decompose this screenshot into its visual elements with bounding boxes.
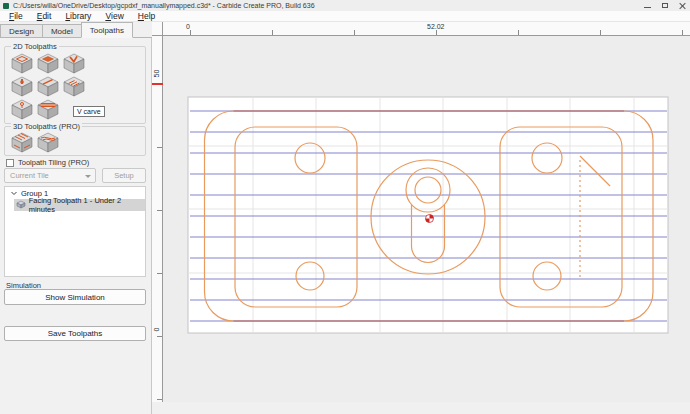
current-tile-dropdown[interactable]: Current Tile [4,168,96,183]
app-icon [3,3,9,9]
3d-rough-toolpath-icon[interactable] [10,132,34,154]
show-simulation-button[interactable]: Show Simulation [4,289,146,305]
horizontal-ruler: 0 52.02 [163,22,690,36]
chevron-expanded-icon[interactable] [10,189,18,197]
group-3d-title: 3D Toolpaths (PRO) [11,122,82,131]
window-title: C:/Users/willa/OneDrive/Desktop/gcpdxf_m… [13,2,315,9]
pocket-toolpath-icon[interactable] [36,53,60,75]
engrave-toolpath-icon[interactable] [36,76,60,98]
keyhole-toolpath-icon[interactable] [10,99,34,121]
ruler-label-50: 50 [153,64,160,84]
tab-toolpaths[interactable]: Toolpaths [81,22,133,38]
resurface-toolpath-icon[interactable] [36,99,60,121]
tab-model[interactable]: Model [42,24,82,37]
canvas-viewport[interactable] [163,36,690,402]
toolpath-tiling-label: Toolpath Tiling (PRO) [18,158,89,167]
origin-marker-icon [426,215,434,223]
chevron-down-icon [85,175,91,178]
minimize-icon[interactable] [644,7,651,8]
group-3d-toolpaths: 3D Toolpaths (PRO) [4,126,146,156]
window-controls [644,0,686,11]
vertical-ruler: 50 0 [152,36,163,402]
drill-toolpath-icon[interactable] [10,76,34,98]
design-canvas [163,36,690,402]
save-toolpaths-button[interactable]: Save Toolpaths [4,326,146,341]
menu-file[interactable]: File [2,11,30,22]
contour-toolpath-icon[interactable] [10,53,34,75]
toolpath-tree: Group 1 Facing Toolpath 1 - Under 2 minu… [4,186,146,277]
ruler-label-major: 52.02 [427,23,445,30]
tab-design[interactable]: Design [0,24,43,37]
ruler-label-0: 0 [153,320,160,340]
cursor-position-tick [152,83,163,85]
carbide-create-window: C:/Users/willa/OneDrive/Desktop/gcpdxf_m… [0,0,690,414]
v-carve-tooltip: V carve [73,106,105,117]
current-tile-value: Current Tile [10,171,49,180]
vertical-ruler-ticks [157,36,162,402]
texture-toolpath-icon[interactable] [62,76,86,98]
ruler-corner [152,22,163,36]
menu-library[interactable]: Library [58,11,98,22]
toolpaths-panel: 2D Toolpaths [0,38,152,414]
tree-item-label: Facing Toolpath 1 - Under 2 minutes [29,196,145,214]
main-tab-bar: Design Model Toolpaths [0,22,170,38]
menu-edit[interactable]: Edit [30,11,59,22]
facing-toolpath-icon [16,200,26,210]
v-carve-toolpath-icon[interactable] [62,53,86,75]
menu-view[interactable]: View [98,11,130,22]
toolpath-tiling-row: Toolpath Tiling (PRO) [6,158,89,167]
tree-item-facing-toolpath[interactable]: Facing Toolpath 1 - Under 2 minutes [14,199,145,211]
maximize-icon[interactable] [662,3,668,8]
horizontal-ruler-ticks [163,30,690,35]
menu-bar: File Edit Library View Help [0,11,690,22]
title-bar: C:/Users/willa/OneDrive/Desktop/gcpdxf_m… [0,0,690,11]
setup-button[interactable]: Setup [102,168,146,183]
close-icon[interactable] [679,2,686,9]
ruler-label-zero: 0 [186,23,190,30]
group-2d-title: 2D Toolpaths [11,42,59,51]
toolpath-tiling-checkbox[interactable] [6,159,14,167]
menu-help[interactable]: Help [131,11,162,22]
3d-finish-toolpath-icon[interactable] [36,132,60,154]
